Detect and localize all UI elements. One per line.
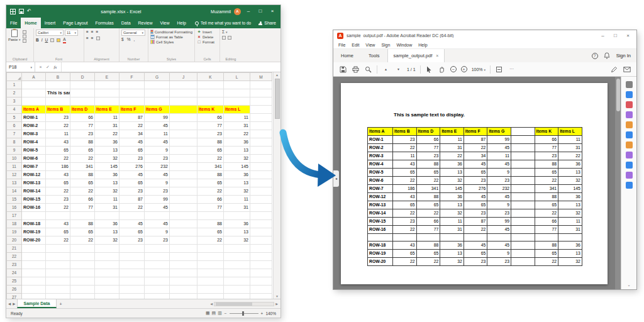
cell-J9[interactable] [170, 147, 197, 155]
cell-E7[interactable]: 22 [95, 130, 119, 138]
combine-files-icon[interactable] [626, 131, 633, 138]
cell-A15[interactable]: ROW-15 [22, 196, 46, 204]
view-page-layout-icon[interactable]: ▤ [212, 311, 216, 316]
cell-A4[interactable]: Items A [22, 106, 46, 114]
scroll-down-icon[interactable]: ▼ [275, 294, 279, 299]
row-header-7[interactable]: 7 [7, 130, 22, 138]
view-normal-icon[interactable]: ▦ [206, 311, 210, 316]
cell-A11[interactable]: ROW-7 [22, 163, 46, 171]
cell-D1[interactable] [70, 81, 95, 89]
number-format-select[interactable]: General▾ [121, 30, 145, 36]
cell-G16[interactable]: 45 [145, 204, 170, 212]
cell-F14[interactable]: 23 [119, 187, 145, 196]
row-header-12[interactable]: 12 [7, 171, 22, 179]
cell-L3[interactable] [224, 97, 250, 106]
row-header-9[interactable]: 9 [7, 147, 22, 155]
send-for-comments-icon[interactable] [626, 182, 633, 189]
cell-A21[interactable] [22, 245, 46, 253]
cell-K6[interactable]: 77 [197, 122, 224, 130]
cell-F11[interactable]: 276 [119, 163, 145, 171]
cell-L18[interactable]: 36 [224, 220, 250, 228]
cell-J10[interactable] [170, 155, 197, 163]
cell-B5[interactable]: 23 [46, 114, 70, 122]
cell-B21[interactable] [46, 245, 70, 253]
cell-K15[interactable]: 66 [197, 196, 224, 204]
row-header-26[interactable]: 26 [7, 286, 22, 294]
cell-F19[interactable]: 65 [119, 228, 145, 236]
format-cells-button[interactable]: □Format [197, 40, 218, 44]
cell-D8[interactable]: 88 [70, 138, 95, 147]
cell-M25[interactable] [250, 277, 272, 286]
cell-E11[interactable]: 145 [95, 163, 119, 171]
cell-J18[interactable] [170, 220, 197, 228]
cell-D27[interactable] [70, 294, 95, 299]
menu-edit[interactable]: Edit [352, 43, 359, 47]
view-page-break-icon[interactable]: ▥ [218, 311, 222, 316]
cell-A23[interactable] [22, 261, 46, 269]
cell-M19[interactable] [250, 228, 272, 236]
cell-L4[interactable]: Items L [224, 106, 250, 114]
cell-E17[interactable] [95, 212, 119, 220]
cell-J16[interactable] [170, 204, 197, 212]
cell-D19[interactable]: 65 [70, 228, 95, 236]
cell-G19[interactable]: 9 [145, 228, 170, 236]
close-document-tab-icon[interactable]: × [436, 53, 438, 58]
menu-help[interactable]: Help [418, 43, 427, 47]
cell-D13[interactable]: 65 [70, 179, 95, 187]
acrobat-minimize-button[interactable]: – [598, 33, 608, 38]
cell-E12[interactable]: 36 [95, 171, 119, 179]
cell-G21[interactable] [145, 245, 170, 253]
cell-K27[interactable] [197, 294, 224, 299]
cell-B13[interactable]: 65 [46, 179, 70, 187]
share-envelope-icon[interactable] [623, 65, 631, 74]
cell-K21[interactable] [197, 245, 224, 253]
cell-L1[interactable] [224, 81, 250, 89]
cell-G25[interactable] [145, 277, 170, 286]
cell-M18[interactable] [250, 220, 272, 228]
cell-G23[interactable] [145, 261, 170, 269]
cell-A7[interactable]: ROW-3 [22, 130, 46, 138]
cell-K17[interactable] [197, 212, 224, 220]
cell-D11[interactable]: 341 [70, 163, 95, 171]
column-header-G[interactable]: G [145, 73, 170, 81]
cell-L23[interactable] [224, 261, 250, 269]
next-page-icon[interactable]: ▼ [394, 65, 402, 74]
cell-B4[interactable]: Items B [46, 106, 70, 114]
column-header-J[interactable]: J [170, 73, 197, 81]
row-header-3[interactable]: 3 [7, 97, 22, 106]
cell-L8[interactable]: 36 [224, 138, 250, 147]
cell-J11[interactable] [170, 163, 197, 171]
copy-icon[interactable] [23, 35, 26, 38]
cell-F2[interactable] [119, 89, 145, 97]
cell-L27[interactable] [224, 294, 250, 299]
search-icon[interactable] [364, 65, 372, 74]
row-header-19[interactable]: 19 [7, 228, 22, 236]
cell-M4[interactable] [250, 106, 272, 114]
cell-F12[interactable]: 45 [119, 171, 145, 179]
row-header-13[interactable]: 13 [7, 179, 22, 187]
cell-G27[interactable] [145, 294, 170, 299]
cell-M5[interactable] [250, 114, 272, 122]
excel-tab-help[interactable]: Help [174, 18, 190, 28]
excel-tab-data[interactable]: Data [118, 18, 135, 28]
zoom-slider-thumb[interactable] [242, 311, 244, 316]
row-header-21[interactable]: 21 [7, 245, 22, 253]
cell-E20[interactable]: 32 [95, 236, 119, 245]
cell-D18[interactable]: 88 [70, 220, 95, 228]
select-all-corner[interactable] [7, 73, 22, 81]
protect-icon[interactable] [626, 162, 633, 169]
cell-L20[interactable]: 32 [224, 236, 250, 245]
cell-M26[interactable] [250, 286, 272, 294]
cell-K16[interactable]: 77 [197, 204, 224, 212]
cell-D15[interactable]: 66 [70, 196, 95, 204]
pdf-scrollbar[interactable] [615, 77, 621, 289]
cell-M20[interactable] [250, 236, 272, 245]
cell-L2[interactable] [224, 89, 250, 97]
cell-F17[interactable] [119, 212, 145, 220]
cell-G10[interactable]: 23 [145, 155, 170, 163]
cell-M24[interactable] [250, 269, 272, 277]
cell-D6[interactable]: 77 [70, 122, 95, 130]
cell-E27[interactable] [95, 294, 119, 299]
cell-E13[interactable]: 13 [95, 179, 119, 187]
cell-E21[interactable] [95, 245, 119, 253]
